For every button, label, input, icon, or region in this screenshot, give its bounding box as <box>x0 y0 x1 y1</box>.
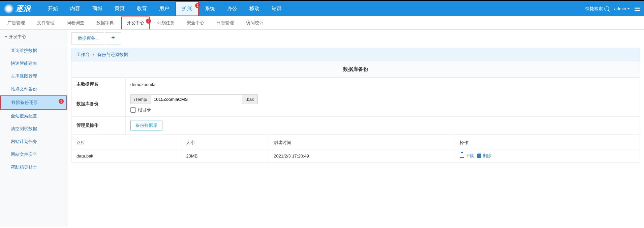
top-nav: 开始内容商城黄页教育用户扩展1系统办公移动站群 <box>42 1 288 16</box>
sidebar-item-1[interactable]: 快速智能建表 <box>0 57 67 70</box>
breadcrumb-workbench[interactable]: 工作台 <box>76 52 90 57</box>
topnav-item-3[interactable]: 黄页 <box>109 1 131 16</box>
top-bar: 逐浪 开始内容商城黄页教育用户扩展1系统办公移动站群 快捷检索 admin <box>0 0 644 16</box>
subnav-item-2[interactable]: 问卷调查 <box>62 17 89 29</box>
hamburger-icon[interactable] <box>635 7 640 11</box>
sidebar-item-4[interactable]: 数据备份还原3 <box>0 95 67 110</box>
sidebar: 开发中心 查询维护数据快速智能建表主库视图管理站点文件备份数据备份还原3全站搜索… <box>0 30 67 227</box>
db-name-value: demozoomla <box>126 78 640 91</box>
topnav-item-4[interactable]: 教育 <box>131 1 153 16</box>
cell-size: 23MB <box>181 149 269 163</box>
chevron-down-icon <box>627 8 630 9</box>
subnav-item-7[interactable]: 日志管理 <box>212 17 239 29</box>
backup-filename-group: /Temp/ .bak <box>130 94 635 104</box>
topnav-item-9[interactable]: 移动 <box>243 1 266 16</box>
top-right: 快捷检索 admin <box>585 6 644 12</box>
sidebar-item-8[interactable]: 网站文件安全 <box>0 148 67 161</box>
sidebar-head-label: 开发中心 <box>9 34 26 40</box>
form-table: 主数据库名 demozoomla 数据库备份 /Temp/ .bak 根目录 <box>71 78 640 135</box>
sidebar-item-6[interactable]: 清空测试数据 <box>0 122 67 135</box>
logo[interactable]: 逐浪 <box>0 4 35 14</box>
col-path: 路径 <box>72 136 181 149</box>
topnav-item-7[interactable]: 系统 <box>199 1 221 16</box>
backup-list-table: 路径 大小 创建时间 操作 data.bak23MB2021/2/3 17:20… <box>71 136 640 163</box>
backup-db-button[interactable]: 备份数据库 <box>130 120 162 131</box>
subnav-item-5[interactable]: 计划任务 <box>152 17 179 29</box>
logo-icon <box>4 4 13 13</box>
col-created: 创建时间 <box>269 136 455 149</box>
cell-actions: 下载删除 <box>455 149 640 163</box>
cell-path: data.bak <box>72 149 181 163</box>
subnav-item-8[interactable]: 访问统计 <box>241 17 268 29</box>
download-icon <box>460 154 464 158</box>
backup-label: 数据库备份 <box>72 91 126 117</box>
admin-label: admin <box>614 6 626 11</box>
quick-search[interactable]: 快捷检索 <box>585 6 609 12</box>
quick-search-label: 快捷检索 <box>585 6 603 12</box>
root-dir-checkbox[interactable] <box>130 107 136 113</box>
topnav-item-5[interactable]: 用户 <box>153 1 175 16</box>
topnav-item-10[interactable]: 站群 <box>266 1 288 16</box>
sidebar-item-5[interactable]: 全站搜索配置 <box>0 110 67 122</box>
sidebar-item-3[interactable]: 站点文件备份 <box>0 83 67 95</box>
path-prefix: /Temp/ <box>130 94 151 104</box>
tabs: 数据库备.. + <box>71 32 640 45</box>
subnav-item-4[interactable]: 开发中心2 <box>121 17 150 29</box>
subnav-item-6[interactable]: 安全中心 <box>182 17 209 29</box>
annotation-badge-3: 3 <box>59 99 64 104</box>
logo-text: 逐浪 <box>16 4 31 14</box>
root-dir-label: 根目录 <box>138 107 151 113</box>
trash-icon <box>477 154 481 158</box>
backup-filename-input[interactable] <box>151 94 242 104</box>
chevron-down-icon <box>5 36 7 38</box>
path-suffix: .bak <box>242 94 258 104</box>
panel-title: 数据库备份 <box>71 61 640 78</box>
tab-db-backup[interactable]: 数据库备.. <box>71 32 104 45</box>
sidebar-item-0[interactable]: 查询维护数据 <box>0 44 67 57</box>
topnav-item-0[interactable]: 开始 <box>42 1 64 16</box>
sidebar-item-2[interactable]: 主库视图管理 <box>0 70 67 83</box>
topnav-item-1[interactable]: 内容 <box>64 1 86 16</box>
subnav-item-3[interactable]: 数据字典 <box>92 17 119 29</box>
sidebar-item-9[interactable]: 帮助精灵贴士 <box>0 161 67 174</box>
topnav-item-2[interactable]: 商城 <box>86 1 109 16</box>
subnav-item-1[interactable]: 文件管理 <box>32 17 59 29</box>
main-content: 数据库备.. + 工作台 / 备份与还原数据 数据库备份 主数据库名 demoz… <box>67 30 644 227</box>
breadcrumb-separator: / <box>93 52 94 57</box>
col-actions: 操作 <box>455 136 640 149</box>
db-name-label: 主数据库名 <box>72 78 126 91</box>
breadcrumb: 工作台 / 备份与还原数据 <box>71 48 640 61</box>
topnav-item-8[interactable]: 办公 <box>221 1 243 16</box>
delete-link[interactable]: 删除 <box>477 153 491 159</box>
tab-add[interactable]: + <box>105 32 121 45</box>
table-row: data.bak23MB2021/2/3 17:20:49下载删除 <box>72 149 640 163</box>
breadcrumb-current: 备份与还原数据 <box>97 52 128 57</box>
subnav-item-0[interactable]: 广告管理 <box>3 17 30 29</box>
cell-created: 2021/2/3 17:20:49 <box>269 149 455 163</box>
col-size: 大小 <box>181 136 269 149</box>
download-link[interactable]: 下载 <box>460 153 474 159</box>
admin-dropdown[interactable]: admin <box>614 6 630 11</box>
admin-op-label: 管理员操作 <box>72 117 126 135</box>
sidebar-head[interactable]: 开发中心 <box>0 30 67 44</box>
sub-nav: 广告管理文件管理问卷调查数据字典开发中心2计划任务安全中心日志管理访问统计 <box>0 16 644 30</box>
sidebar-item-7[interactable]: 网站计划任务 <box>0 135 67 148</box>
search-icon <box>604 6 609 11</box>
annotation-badge-2: 2 <box>146 19 151 24</box>
topnav-item-6[interactable]: 扩展1 <box>175 1 199 16</box>
